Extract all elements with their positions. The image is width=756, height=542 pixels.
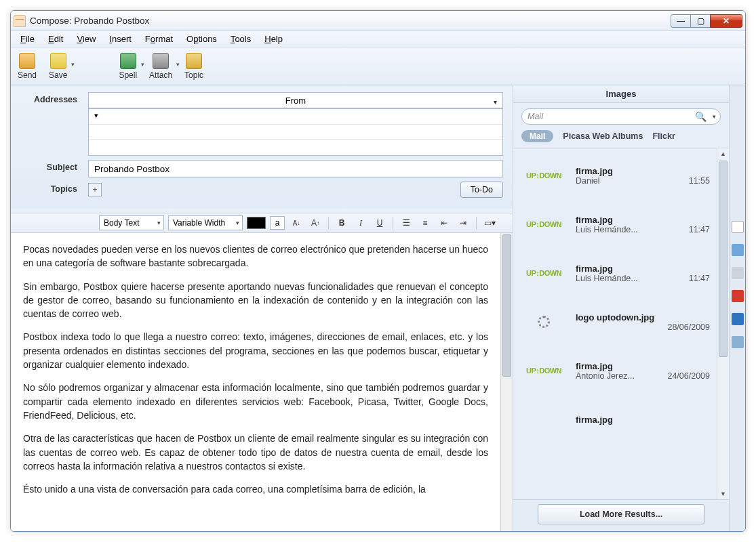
bullet-list-button[interactable]: ☰ (399, 216, 414, 230)
bold-button[interactable]: B (334, 216, 349, 230)
spell-dropdown-icon[interactable]: ▾ (141, 61, 144, 68)
titlebar: Compose: Probando Postbox — ▢ ✕ (11, 11, 745, 31)
images-scrollbar[interactable]: ▲ ▼ (717, 148, 729, 499)
text-color-swatch[interactable] (247, 217, 266, 229)
topic-label: Topic (184, 70, 203, 80)
menu-format[interactable]: Format (140, 33, 178, 45)
search-placeholder: Mail (528, 112, 543, 121)
thumbnail: UP↕DOWN (520, 259, 568, 287)
separator (393, 217, 393, 229)
save-button[interactable]: Save ▾ (49, 53, 67, 80)
load-more-button[interactable]: Load More Results... (538, 504, 704, 524)
image-filename: firma.jpg (576, 361, 710, 371)
image-time: 11:47 (683, 274, 710, 283)
thumbnail (520, 406, 568, 433)
underline-button[interactable]: U (372, 216, 387, 230)
signature-icon[interactable] (732, 336, 744, 348)
spell-button[interactable]: Spell ▾ (119, 53, 137, 80)
image-list-item[interactable]: UP↕DOWNfirma.jpgDaniel11:55 (513, 151, 717, 200)
separator (476, 217, 477, 229)
attach-dropdown-icon[interactable]: ▾ (176, 61, 180, 68)
tab-mail[interactable]: Mail (521, 130, 553, 142)
image-filename: firma.jpg (576, 415, 710, 425)
header-fields: Addresses From ▾ ▾ Subjec (11, 85, 513, 209)
image-list-item[interactable]: logo uptodown.jpg28/06/2009 (513, 297, 717, 346)
toolbar: Send Save ▾ Spell ▾ Attach ▾ Topic (11, 47, 745, 85)
topic-button[interactable]: Topic (184, 53, 203, 80)
scrollbar-thumb[interactable] (502, 234, 511, 377)
image-sender: Luis Hernánde... (576, 274, 683, 283)
maximize-button[interactable]: ▢ (690, 14, 711, 28)
font-increase-button[interactable]: A↑ (308, 216, 323, 230)
menu-help[interactable]: Help (259, 33, 288, 45)
scrollbar-thumb[interactable] (719, 161, 728, 357)
paragraph-style-select[interactable]: Body Text (99, 215, 164, 230)
tab-flickr[interactable]: Flickr (652, 131, 675, 141)
image-sender: Daniel (576, 176, 683, 186)
images-search-input[interactable]: Mail 🔍 ▾ (521, 108, 721, 125)
text-icon[interactable] (732, 313, 744, 325)
image-list-item[interactable]: UP↕DOWNfirma.jpgLuis Hernánde...11:47 (513, 200, 717, 249)
message-body-editor[interactable]: Pocas novedades pueden verse en los nuev… (11, 233, 500, 531)
font-sample[interactable]: a (270, 216, 285, 230)
editor-scrollbar[interactable] (500, 233, 513, 531)
thumbnail (520, 308, 568, 335)
menu-tools[interactable]: Tools (225, 33, 256, 45)
clipboard-icon[interactable] (732, 221, 744, 233)
attach-button[interactable]: Attach ▾ (149, 53, 172, 80)
add-topic-button[interactable]: + (88, 183, 102, 196)
save-icon (50, 53, 66, 69)
image-time: 24/06/2009 (662, 371, 710, 381)
italic-button[interactable]: I (353, 216, 368, 230)
search-icon[interactable]: 🔍 (695, 111, 707, 122)
flag-icon[interactable] (732, 290, 744, 302)
subject-input[interactable] (88, 160, 503, 178)
font-select[interactable]: Variable Width (168, 215, 243, 230)
body-area: Addresses From ▾ ▾ Subjec (11, 85, 745, 531)
address-row[interactable] (89, 140, 502, 155)
image-sender: Luis Hernánde... (576, 225, 683, 234)
todo-button[interactable]: To-Do (460, 182, 503, 198)
send-icon (19, 53, 35, 69)
image-list-item[interactable]: UP↕DOWNfirma.jpgLuis Hernánde...11:47 (513, 249, 717, 297)
search-dropdown-icon[interactable]: ▾ (713, 113, 716, 120)
tab-picasa[interactable]: Picasa Web Albums (563, 131, 643, 141)
link-icon[interactable] (732, 267, 744, 279)
insert-button[interactable]: ▭▾ (482, 216, 497, 230)
outdent-button[interactable]: ⇤ (437, 216, 452, 230)
image-icon[interactable] (732, 244, 744, 256)
body-paragraph: Pocas novedades pueden verse en los nuev… (23, 243, 488, 270)
from-dropdown[interactable]: From ▾ (88, 92, 503, 108)
menu-edit[interactable]: Edit (43, 33, 68, 45)
menu-file[interactable]: File (15, 33, 40, 45)
menu-insert[interactable]: Insert (104, 33, 137, 45)
mail-icon (14, 15, 26, 27)
scroll-down-icon[interactable]: ▼ (717, 488, 729, 499)
minimize-button[interactable]: — (671, 14, 691, 28)
image-list-item[interactable]: UP↕DOWNfirma.jpgAntonio Jerez...24/06/20… (513, 346, 717, 395)
image-list: UP↕DOWNfirma.jpgDaniel11:55UP↕DOWNfirma.… (513, 148, 729, 499)
indent-button[interactable]: ⇥ (456, 216, 471, 230)
close-button[interactable]: ✕ (710, 14, 742, 28)
save-dropdown-icon[interactable]: ▾ (71, 61, 75, 68)
menu-options[interactable]: Options (181, 33, 222, 45)
send-label: Send (18, 70, 37, 80)
thumbnail: UP↕DOWN (520, 162, 568, 189)
topic-icon (186, 53, 202, 69)
chevron-down-icon: ▾ (494, 98, 497, 106)
menu-view[interactable]: View (71, 33, 101, 45)
image-source-tabs: Mail Picasa Web Albums Flickr (513, 130, 729, 148)
scroll-up-icon[interactable]: ▲ (717, 148, 729, 159)
font-decrease-button[interactable]: A↓ (289, 216, 304, 230)
number-list-button[interactable]: ≡ (418, 216, 433, 230)
image-sender (576, 322, 662, 332)
address-row[interactable] (89, 125, 502, 140)
send-button[interactable]: Send (18, 53, 37, 80)
editor-wrap: Pocas novedades pueden verse en los nuev… (11, 233, 513, 531)
address-row[interactable]: ▾ (89, 109, 502, 125)
addresses-input[interactable]: ▾ (88, 108, 503, 156)
image-list-item[interactable]: firma.jpg (513, 395, 717, 444)
image-filename: firma.jpg (576, 264, 710, 274)
format-toolbar: Body Text Variable Width a A↓ A↑ B I U ☰… (11, 213, 513, 233)
topics-label: Topics (20, 182, 88, 194)
